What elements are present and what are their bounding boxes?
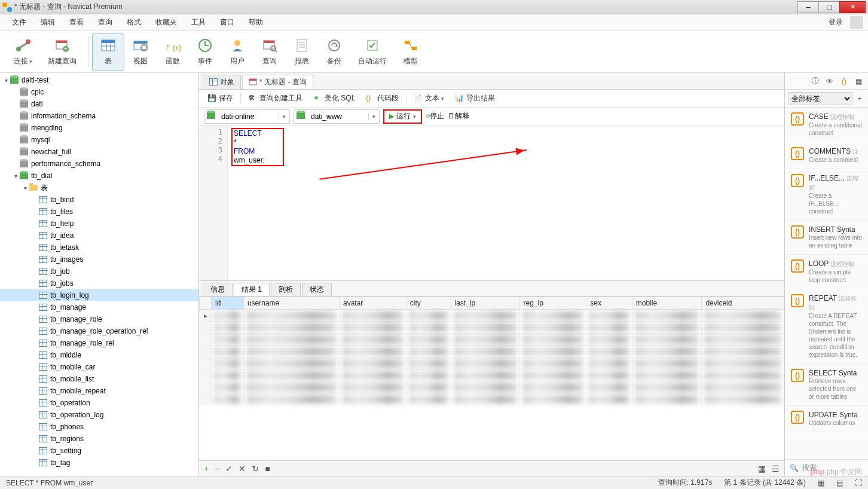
- info-icon[interactable]: ⓘ: [811, 77, 820, 86]
- column-header[interactable]: username: [243, 297, 339, 310]
- tree-item[interactable]: tb_mobile_repeat: [0, 385, 198, 397]
- report-button[interactable]: 报表: [286, 33, 318, 71]
- new-query-button[interactable]: + 新建查询: [40, 33, 84, 71]
- tree-item[interactable]: ▾tb_dial: [0, 170, 198, 182]
- result-grid[interactable]: idusernameavatarcitylast_ipreg_ipsexmobi…: [199, 297, 784, 460]
- tree-item[interactable]: ▾daiti-test: [0, 74, 198, 86]
- refresh-button[interactable]: ↻: [252, 464, 259, 473]
- event-button[interactable]: 事件: [189, 33, 221, 71]
- tab-result[interactable]: 结果 1: [234, 283, 270, 296]
- column-header[interactable]: sex: [586, 297, 632, 310]
- table-row[interactable]: [200, 322, 784, 334]
- form-view-icon[interactable]: ☰: [772, 464, 780, 473]
- snippet-item[interactable]: () REPEAT 流程控制 Create A REPEAT construct…: [785, 289, 868, 364]
- auto-run-button[interactable]: 自动运行: [350, 33, 395, 71]
- snippet-item[interactable]: () SELECT Synta Retrieve rows selected f…: [785, 364, 868, 406]
- fullscreen-icon[interactable]: ⛶: [855, 479, 862, 487]
- table-row[interactable]: [200, 334, 784, 346]
- view-button[interactable]: 视图: [124, 33, 157, 71]
- column-header[interactable]: mobile: [632, 297, 702, 310]
- avatar[interactable]: [850, 16, 863, 29]
- table-button[interactable]: 表: [92, 33, 124, 71]
- tree-item[interactable]: tb_manage: [0, 301, 198, 313]
- function-button[interactable]: f(x) 函数: [157, 33, 189, 71]
- menu-tools[interactable]: 工具: [184, 17, 213, 27]
- menu-window[interactable]: 窗口: [213, 17, 242, 27]
- column-header[interactable]: avatar: [339, 297, 406, 310]
- explain-button[interactable]: 🗒解释: [448, 111, 469, 121]
- tree-item[interactable]: cpic: [0, 86, 198, 98]
- tree-item[interactable]: tb_ietask: [0, 242, 198, 253]
- export-result-button[interactable]: 📊导出结果: [451, 91, 499, 105]
- connection-tree[interactable]: ▾daiti-test cpic dati information_schema…: [0, 73, 199, 476]
- table-row[interactable]: [200, 381, 784, 393]
- menu-favorites[interactable]: 收藏夹: [148, 17, 184, 27]
- add-tag-icon[interactable]: +: [855, 94, 864, 103]
- code-snippet-button[interactable]: ()代码段: [362, 91, 402, 105]
- save-button[interactable]: 💾保存: [204, 91, 237, 105]
- tree-item[interactable]: tb_mobile_list: [0, 373, 198, 385]
- tree-item[interactable]: tb_manage_role_operation_rel: [0, 325, 198, 337]
- column-header[interactable]: id: [212, 297, 244, 310]
- close-button[interactable]: ✕: [839, 1, 866, 13]
- tab-profile[interactable]: 剖析: [271, 283, 301, 296]
- database-combo[interactable]: dati_www ▾: [294, 109, 380, 124]
- commit-button[interactable]: ✓: [225, 464, 233, 473]
- tree-item[interactable]: mysql: [0, 134, 198, 146]
- run-button[interactable]: ▶ 运行 ▾: [383, 109, 422, 124]
- snippet-item[interactable]: () IF...ELSE... 流程控 Create a IF...ELSE..…: [785, 169, 868, 221]
- snippet-search[interactable]: 🔍 搜索: [785, 459, 868, 476]
- table-row[interactable]: ▸: [200, 310, 784, 322]
- menu-view[interactable]: 查看: [62, 17, 91, 27]
- table-row[interactable]: [200, 369, 784, 381]
- stop-load-button[interactable]: ■: [265, 464, 270, 473]
- grid-mode-icon[interactable]: ▦: [818, 479, 824, 487]
- connect-button[interactable]: 连接▾: [6, 33, 40, 71]
- tab-info[interactable]: 信息: [203, 283, 233, 296]
- column-header[interactable]: city: [406, 297, 451, 310]
- backup-button[interactable]: 备份: [318, 33, 350, 71]
- model-button[interactable]: 模型: [395, 33, 427, 71]
- tab-query[interactable]: * 无标题 - 查询: [242, 75, 313, 89]
- tree-item[interactable]: tb_images: [0, 253, 198, 265]
- tree-item[interactable]: tb_manage_role_rel: [0, 337, 198, 349]
- delete-row-button[interactable]: −: [215, 464, 219, 473]
- connection-combo[interactable]: dati-online ▾: [204, 109, 290, 124]
- grid-view-icon[interactable]: ▦: [758, 464, 766, 473]
- tree-item[interactable]: tb_tag: [0, 457, 198, 469]
- tree-item[interactable]: newchat_full: [0, 146, 198, 158]
- snippet-item[interactable]: () INSERT Synta Insert new rows into an …: [785, 221, 868, 255]
- column-header[interactable]: reg_ip: [519, 297, 586, 310]
- form-mode-icon[interactable]: ▤: [836, 479, 843, 487]
- tree-item[interactable]: tb_manage_role: [0, 313, 198, 325]
- column-header[interactable]: deviceid: [702, 297, 784, 310]
- tag-filter-select[interactable]: 全部标签: [788, 92, 852, 105]
- tree-item[interactable]: tb_jobs: [0, 277, 198, 289]
- tree-item[interactable]: tb_bind: [0, 194, 198, 206]
- tab-status[interactable]: 状态: [302, 283, 332, 296]
- maximize-button[interactable]: ▢: [818, 1, 840, 13]
- table-row[interactable]: [200, 346, 784, 357]
- tree-item[interactable]: tb_middle: [0, 349, 198, 361]
- eye-icon[interactable]: 👁: [825, 77, 835, 86]
- menu-edit[interactable]: 编辑: [33, 17, 62, 27]
- query-button[interactable]: 查询: [253, 33, 286, 71]
- menu-query[interactable]: 查询: [91, 17, 120, 27]
- add-row-button[interactable]: +: [204, 464, 209, 473]
- tree-item[interactable]: tb_job: [0, 265, 198, 277]
- menu-help[interactable]: 帮助: [242, 17, 270, 27]
- tree-item[interactable]: tb_regions: [0, 433, 198, 445]
- snippet-item[interactable]: () CASE 流程控制 Create a conditional constr…: [785, 108, 868, 142]
- tab-objects[interactable]: 对象: [203, 75, 241, 89]
- cancel-button[interactable]: ✕: [239, 464, 246, 473]
- tree-item[interactable]: tb_login_log: [0, 289, 198, 301]
- login-link[interactable]: 登录: [825, 17, 846, 27]
- menu-format[interactable]: 格式: [120, 17, 148, 27]
- tree-item[interactable]: tb_operation_log: [0, 409, 198, 421]
- tree-item[interactable]: tb_mobile_car: [0, 361, 198, 373]
- minimize-button[interactable]: ─: [797, 1, 819, 13]
- tree-item[interactable]: dati: [0, 98, 198, 110]
- beautify-sql-button[interactable]: ✦美化 SQL: [310, 91, 359, 105]
- tree-item[interactable]: tb_phones: [0, 421, 198, 433]
- sql-editor[interactable]: 1234 SELECT * FROM wm_user;: [199, 126, 784, 281]
